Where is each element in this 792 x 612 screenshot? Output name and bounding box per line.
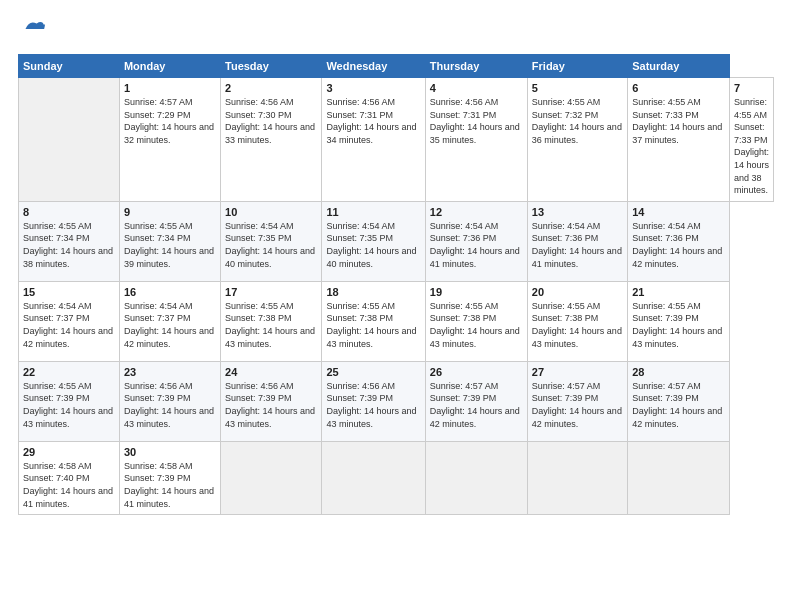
header [18,16,774,44]
table-row [425,441,527,514]
table-row: 3Sunrise: 4:56 AMSunset: 7:31 PMDaylight… [322,78,425,202]
day-number: 11 [326,206,420,218]
day-info: Sunrise: 4:56 AMSunset: 7:39 PMDaylight:… [225,380,317,430]
table-row: 19Sunrise: 4:55 AMSunset: 7:38 PMDayligh… [425,281,527,361]
day-info: Sunrise: 4:57 AMSunset: 7:39 PMDaylight:… [532,380,623,430]
day-info: Sunrise: 4:54 AMSunset: 7:36 PMDaylight:… [632,220,725,270]
day-number: 30 [124,446,216,458]
header-thursday: Thursday [425,55,527,78]
table-row: 18Sunrise: 4:55 AMSunset: 7:38 PMDayligh… [322,281,425,361]
day-info: Sunrise: 4:57 AMSunset: 7:39 PMDaylight:… [430,380,523,430]
day-number: 12 [430,206,523,218]
day-number: 26 [430,366,523,378]
day-info: Sunrise: 4:55 AMSunset: 7:33 PMDaylight:… [632,96,725,146]
header-tuesday: Tuesday [221,55,322,78]
day-number: 7 [734,82,769,94]
table-row [628,441,730,514]
day-info: Sunrise: 4:54 AMSunset: 7:36 PMDaylight:… [532,220,623,270]
day-number: 22 [23,366,115,378]
day-number: 21 [632,286,725,298]
day-number: 9 [124,206,216,218]
day-number: 6 [632,82,725,94]
table-row: 5Sunrise: 4:55 AMSunset: 7:32 PMDaylight… [527,78,627,202]
table-row: 11Sunrise: 4:54 AMSunset: 7:35 PMDayligh… [322,201,425,281]
header-wednesday: Wednesday [322,55,425,78]
day-info: Sunrise: 4:55 AMSunset: 7:38 PMDaylight:… [225,300,317,350]
header-sunday: Sunday [19,55,120,78]
table-row: 2Sunrise: 4:56 AMSunset: 7:30 PMDaylight… [221,78,322,202]
day-info: Sunrise: 4:54 AMSunset: 7:37 PMDaylight:… [23,300,115,350]
weekday-header-row: Sunday Monday Tuesday Wednesday Thursday… [19,55,774,78]
day-number: 1 [124,82,216,94]
table-row: 23Sunrise: 4:56 AMSunset: 7:39 PMDayligh… [119,361,220,441]
header-saturday: Saturday [628,55,730,78]
day-number: 20 [532,286,623,298]
table-row: 26Sunrise: 4:57 AMSunset: 7:39 PMDayligh… [425,361,527,441]
table-row: 21Sunrise: 4:55 AMSunset: 7:39 PMDayligh… [628,281,730,361]
table-row: 25Sunrise: 4:56 AMSunset: 7:39 PMDayligh… [322,361,425,441]
table-row [221,441,322,514]
day-info: Sunrise: 4:55 AMSunset: 7:39 PMDaylight:… [23,380,115,430]
logo [18,16,50,44]
day-number: 23 [124,366,216,378]
day-number: 3 [326,82,420,94]
day-info: Sunrise: 4:55 AMSunset: 7:38 PMDaylight:… [532,300,623,350]
day-number: 25 [326,366,420,378]
table-row: 12Sunrise: 4:54 AMSunset: 7:36 PMDayligh… [425,201,527,281]
day-info: Sunrise: 4:56 AMSunset: 7:30 PMDaylight:… [225,96,317,146]
day-number: 14 [632,206,725,218]
day-info: Sunrise: 4:57 AMSunset: 7:39 PMDaylight:… [632,380,725,430]
day-number: 27 [532,366,623,378]
day-number: 8 [23,206,115,218]
day-info: Sunrise: 4:58 AMSunset: 7:39 PMDaylight:… [124,460,216,510]
table-row: 7Sunrise: 4:55 AMSunset: 7:33 PMDaylight… [729,78,773,202]
day-info: Sunrise: 4:56 AMSunset: 7:39 PMDaylight:… [124,380,216,430]
calendar-table: Sunday Monday Tuesday Wednesday Thursday… [18,54,774,515]
table-row: 6Sunrise: 4:55 AMSunset: 7:33 PMDaylight… [628,78,730,202]
day-number: 29 [23,446,115,458]
day-number: 15 [23,286,115,298]
table-row: 1Sunrise: 4:57 AMSunset: 7:29 PMDaylight… [119,78,220,202]
day-info: Sunrise: 4:55 AMSunset: 7:34 PMDaylight:… [124,220,216,270]
day-number: 24 [225,366,317,378]
table-row: 14Sunrise: 4:54 AMSunset: 7:36 PMDayligh… [628,201,730,281]
day-info: Sunrise: 4:58 AMSunset: 7:40 PMDaylight:… [23,460,115,510]
day-number: 16 [124,286,216,298]
day-info: Sunrise: 4:54 AMSunset: 7:35 PMDaylight:… [326,220,420,270]
day-info: Sunrise: 4:55 AMSunset: 7:32 PMDaylight:… [532,96,623,146]
logo-icon [18,16,46,44]
table-row [527,441,627,514]
header-monday: Monday [119,55,220,78]
table-row: 17Sunrise: 4:55 AMSunset: 7:38 PMDayligh… [221,281,322,361]
table-row: 27Sunrise: 4:57 AMSunset: 7:39 PMDayligh… [527,361,627,441]
day-number: 2 [225,82,317,94]
day-number: 10 [225,206,317,218]
table-row: 10Sunrise: 4:54 AMSunset: 7:35 PMDayligh… [221,201,322,281]
day-info: Sunrise: 4:54 AMSunset: 7:37 PMDaylight:… [124,300,216,350]
day-number: 18 [326,286,420,298]
table-row: 29Sunrise: 4:58 AMSunset: 7:40 PMDayligh… [19,441,120,514]
table-row: 24Sunrise: 4:56 AMSunset: 7:39 PMDayligh… [221,361,322,441]
table-row: 8Sunrise: 4:55 AMSunset: 7:34 PMDaylight… [19,201,120,281]
table-row: 28Sunrise: 4:57 AMSunset: 7:39 PMDayligh… [628,361,730,441]
empty-cell [19,78,120,202]
day-info: Sunrise: 4:55 AMSunset: 7:33 PMDaylight:… [734,96,769,197]
day-info: Sunrise: 4:56 AMSunset: 7:39 PMDaylight:… [326,380,420,430]
table-row: 22Sunrise: 4:55 AMSunset: 7:39 PMDayligh… [19,361,120,441]
day-number: 13 [532,206,623,218]
calendar-page: Sunday Monday Tuesday Wednesday Thursday… [0,0,792,612]
table-row: 30Sunrise: 4:58 AMSunset: 7:39 PMDayligh… [119,441,220,514]
table-row: 9Sunrise: 4:55 AMSunset: 7:34 PMDaylight… [119,201,220,281]
day-number: 28 [632,366,725,378]
day-info: Sunrise: 4:57 AMSunset: 7:29 PMDaylight:… [124,96,216,146]
day-number: 17 [225,286,317,298]
table-row: 20Sunrise: 4:55 AMSunset: 7:38 PMDayligh… [527,281,627,361]
header-friday: Friday [527,55,627,78]
day-info: Sunrise: 4:55 AMSunset: 7:38 PMDaylight:… [326,300,420,350]
day-number: 4 [430,82,523,94]
day-info: Sunrise: 4:56 AMSunset: 7:31 PMDaylight:… [430,96,523,146]
table-row: 16Sunrise: 4:54 AMSunset: 7:37 PMDayligh… [119,281,220,361]
day-number: 19 [430,286,523,298]
day-info: Sunrise: 4:54 AMSunset: 7:36 PMDaylight:… [430,220,523,270]
table-row: 4Sunrise: 4:56 AMSunset: 7:31 PMDaylight… [425,78,527,202]
